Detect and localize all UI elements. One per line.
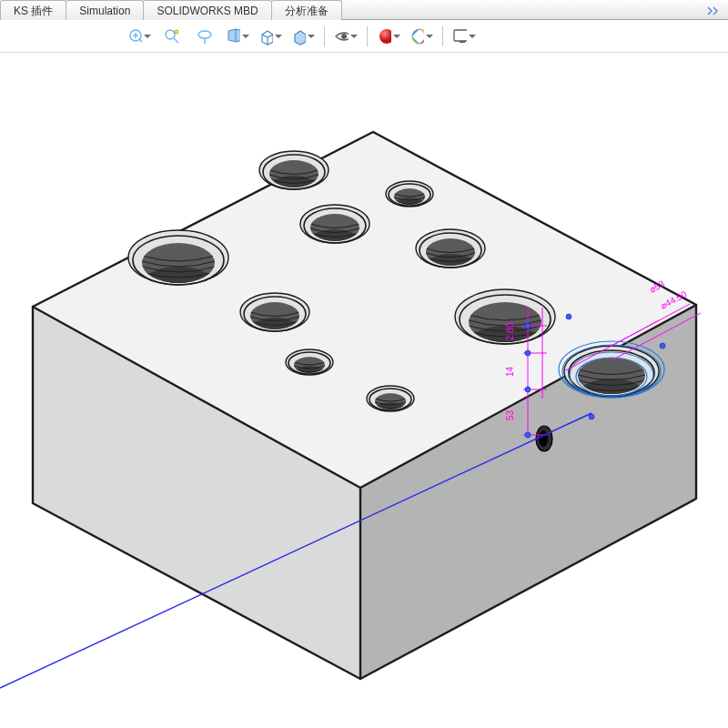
svg-point-52	[525, 432, 531, 438]
svg-rect-12	[460, 41, 465, 43]
edit-appearance-icon[interactable]	[377, 25, 400, 48]
chevrons-expand-icon[interactable]	[706, 4, 723, 16]
graphics-viewport[interactable]: 2.80 14 53 ⌀53 ⌀44.50	[0, 53, 728, 728]
svg-point-8	[341, 34, 347, 39]
magnify-icon[interactable]	[193, 25, 217, 48]
svg-point-49	[525, 323, 531, 329]
orientation-icon[interactable]	[258, 25, 282, 48]
svg-point-51	[525, 387, 531, 392]
hide-show-icon[interactable]	[334, 25, 358, 48]
model-view[interactable]: 2.80 14 53 ⌀53 ⌀44.50	[0, 53, 728, 728]
view-heads-up-toolbar	[0, 20, 728, 53]
svg-point-9	[379, 29, 391, 44]
svg-point-53	[566, 314, 571, 319]
svg-line-1	[139, 39, 142, 44]
toolbar-separator	[367, 26, 368, 46]
svg-point-5	[175, 30, 178, 34]
svg-point-54	[660, 343, 665, 349]
svg-point-50	[525, 350, 531, 356]
tab-ks-plugin[interactable]: KS 插件	[0, 0, 66, 20]
zoom-fit-icon[interactable]	[127, 25, 151, 48]
tab-simulation[interactable]: Simulation	[66, 0, 144, 20]
svg-point-6	[198, 31, 211, 38]
dimension-vert2: 14	[505, 366, 515, 377]
tab-analysis-prep[interactable]: 分析准备	[271, 0, 342, 20]
svg-point-42	[539, 430, 548, 447]
dimension-vert3: 53	[505, 410, 515, 420]
display-style-icon[interactable]	[291, 25, 315, 48]
toolbar-separator	[442, 26, 443, 46]
toolbar-separator	[324, 26, 325, 46]
tab-solidworks-mbd[interactable]: SOLIDWORKS MBD	[143, 0, 271, 20]
svg-point-55	[589, 414, 594, 420]
view-settings-icon[interactable]	[452, 25, 476, 48]
svg-rect-11	[454, 30, 467, 41]
dimension-vert1: 2.80	[505, 322, 515, 340]
apply-scene-icon[interactable]	[410, 25, 433, 48]
section-view-icon[interactable]	[226, 25, 249, 48]
svg-point-4	[166, 30, 175, 39]
command-manager-tabs: KS 插件 Simulation SOLIDWORKS MBD 分析准备	[0, 0, 728, 20]
front-face-port[interactable]	[536, 426, 552, 451]
zoom-area-icon[interactable]	[160, 25, 184, 48]
